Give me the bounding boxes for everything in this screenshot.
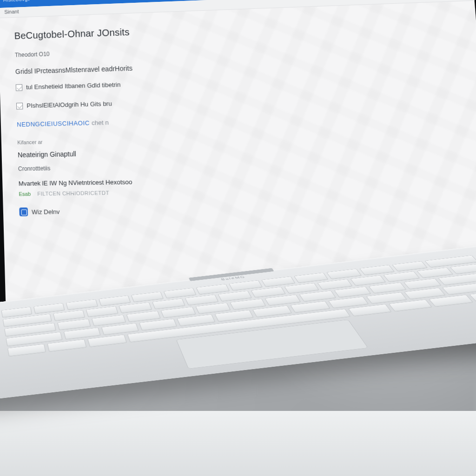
primary-link[interactable]: NEDNGCIEIUSCIHAOIC chet n bbox=[17, 111, 466, 128]
category-line: Cronrotttetiis bbox=[18, 158, 469, 172]
app-badge[interactable]: Wiz Delnv bbox=[19, 203, 472, 217]
status-extra: FILTCEN CHHIODRICETDT bbox=[37, 190, 109, 197]
link-tail: chet n bbox=[92, 119, 109, 126]
checkbox-icon[interactable] bbox=[16, 84, 23, 91]
page-title: BeCugtobel-Ohnar JOnsits bbox=[14, 15, 458, 41]
laptop: Histebovgt Bauraner Sinant BeCugtobel-Oh… bbox=[0, 0, 476, 476]
author-line: Neateirign Ginaptull bbox=[18, 143, 468, 159]
app-icon bbox=[19, 207, 28, 216]
checkbox-label-2: PIshslElEtAlOdgrih Hu Gits bru bbox=[26, 100, 112, 109]
status-row: Esab FILTCEN CHHIODRICETDT bbox=[19, 185, 471, 197]
topbar-left-label: Histebovgt bbox=[3, 0, 29, 3]
section-heading: Gridsl IPrcteasnsMlstenravel eadrHorits bbox=[15, 54, 462, 75]
meta-line: Theodort O10 bbox=[15, 38, 460, 59]
checkbox-row-1[interactable]: tul Enshetieid Itbanen Gdld tibetrin bbox=[16, 72, 463, 91]
checkbox-row-2[interactable]: PIshslElEtAlOdgrih Hu Gits bru bbox=[16, 91, 464, 110]
app-label: Wiz Delnv bbox=[32, 208, 60, 215]
checkbox-icon[interactable] bbox=[16, 102, 23, 109]
caption: Kifancer ar bbox=[17, 131, 467, 145]
description-line: Mvartek lE IW Ng NVietntricest Hexotsoo bbox=[19, 173, 470, 187]
page-content: BeCugtobel-Ohnar JOnsits Theodort O10 Gr… bbox=[0, 1, 476, 226]
status-label: Esab bbox=[19, 191, 31, 197]
checkbox-label-1: tul Enshetieid Itbanen Gdld tibetrin bbox=[26, 81, 121, 91]
link-text: NEDNGCIEIUSCIHAOIC bbox=[17, 119, 90, 128]
subbar-label: Sinant bbox=[4, 9, 19, 15]
